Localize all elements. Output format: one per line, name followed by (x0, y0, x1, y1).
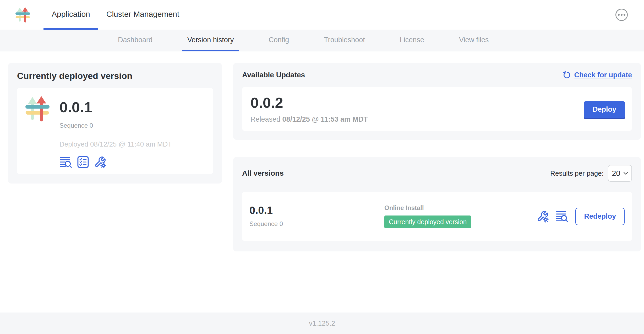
results-per-page: Results per page: 20 (550, 165, 632, 182)
update-released-timestamp: Released 08/12/25 @ 11:53 am MDT (250, 115, 368, 123)
results-per-page-select[interactable]: 20 (608, 165, 632, 182)
deployed-version-info: 0.0.1 Sequence 0 Deployed 08/12/25 @ 11:… (59, 94, 172, 168)
ellipsis-icon (618, 14, 620, 16)
subnav-tab-config[interactable]: Config (263, 30, 294, 51)
available-updates-panel: Available Updates Check for update 0.0.2… (233, 63, 641, 140)
app-logo-icon (25, 96, 50, 168)
deployed-timestamp: Deployed 08/12/25 @ 11:40 am MDT (59, 140, 172, 148)
update-info: 0.0.2 Released 08/12/25 @ 11:53 am MDT (250, 95, 368, 123)
more-menu-button[interactable] (615, 9, 628, 21)
row-version-number: 0.0.1 (249, 205, 384, 216)
currently-deployed-panel: Currently deployed version 0.0.1 Sequenc… (8, 63, 222, 184)
config-icon (537, 210, 549, 223)
chevron-down-icon (623, 172, 628, 175)
config-button[interactable] (537, 210, 549, 223)
admin-console: Application Cluster Management Dashboard… (0, 0, 644, 334)
subnav-tab-view-files[interactable]: View files (454, 30, 494, 51)
deployed-version-number: 0.0.1 (59, 100, 172, 115)
top-header: Application Cluster Management (0, 0, 644, 30)
subnav-tab-troubleshoot[interactable]: Troubleshoot (319, 30, 370, 51)
preflight-checks-button[interactable] (77, 156, 89, 168)
results-per-page-label: Results per page: (550, 169, 604, 177)
release-notes-icon (59, 156, 72, 168)
subnav-tab-license[interactable]: License (395, 30, 429, 51)
deployed-actions (59, 156, 172, 168)
deployed-sequence: Sequence 0 (59, 122, 172, 129)
console-footer: v1.125.2 (0, 313, 644, 334)
row-actions: Redeploy (537, 208, 625, 225)
tab-cluster-management-label: Cluster Management (106, 10, 179, 19)
all-versions-title: All versions (242, 169, 284, 177)
deployed-version-card: 0.0.1 Sequence 0 Deployed 08/12/25 @ 11:… (17, 88, 213, 174)
main-content: Currently deployed version 0.0.1 Sequenc… (0, 51, 644, 313)
subnav-tab-version-history[interactable]: Version history (182, 30, 239, 51)
console-version: v1.125.2 (309, 319, 335, 327)
preflight-checks-icon (77, 156, 89, 168)
deploy-button[interactable]: Deploy (584, 101, 625, 118)
update-version-number: 0.0.2 (250, 95, 368, 110)
app-subnav: Dashboard Version history Config Trouble… (0, 30, 644, 51)
config-button[interactable] (94, 156, 106, 168)
row-sequence: Sequence 0 (249, 220, 384, 228)
release-notes-icon (556, 210, 568, 222)
refresh-icon (562, 71, 571, 79)
redeploy-button[interactable]: Redeploy (575, 208, 625, 225)
version-row: 0.0.1 Sequence 0 Online Install Currentl… (242, 192, 632, 241)
tab-application-label: Application (52, 10, 90, 19)
tab-application[interactable]: Application (43, 0, 98, 30)
currently-deployed-title: Currently deployed version (17, 71, 213, 81)
all-versions-panel: All versions Results per page: 20 0.0.1 … (233, 157, 641, 251)
available-updates-title: Available Updates (242, 71, 305, 79)
install-type-label: Online Install (384, 204, 537, 212)
app-logo-icon (15, 7, 30, 23)
config-icon (94, 156, 106, 168)
check-for-update-link[interactable]: Check for update (562, 71, 632, 79)
update-card: 0.0.2 Released 08/12/25 @ 11:53 am MDT D… (242, 87, 632, 131)
release-notes-button[interactable] (59, 156, 72, 168)
right-column: Available Updates Check for update 0.0.2… (233, 63, 641, 251)
subnav-tab-dashboard[interactable]: Dashboard (113, 30, 158, 51)
tab-cluster-management[interactable]: Cluster Management (98, 0, 187, 30)
currently-deployed-badge: Currently deployed version (384, 216, 471, 228)
left-column: Currently deployed version 0.0.1 Sequenc… (8, 63, 222, 184)
release-notes-button[interactable] (556, 210, 568, 222)
